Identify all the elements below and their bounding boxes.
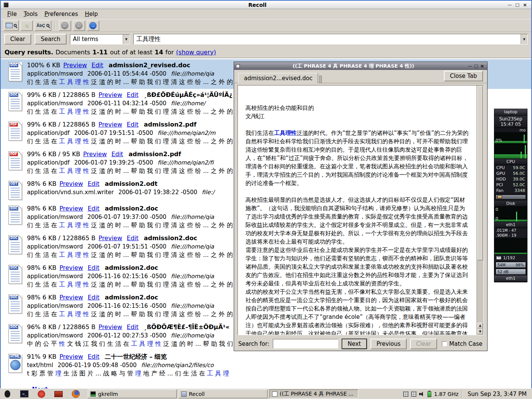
preview-tab[interactable]: admission2...evised.doc (238, 73, 318, 83)
find-input[interactable] (273, 339, 338, 348)
page-lines-icon (11, 272, 20, 282)
edit-link[interactable]: Edit (127, 91, 139, 98)
show-desktop-launcher[interactable] (2, 390, 12, 399)
edit-link[interactable]: Edit (88, 294, 100, 301)
preview-titlebar[interactable]: ((工 PHRASE 4 具 PHRASE 4 理 PHRASE 4 性)) —… (234, 62, 487, 70)
search-button[interactable]: Search (35, 34, 66, 44)
preview-link[interactable]: Preview (98, 323, 122, 331)
edit-link[interactable]: Edit (92, 62, 103, 69)
net-tx: .906M - 19 (494, 233, 527, 238)
close-tab-button[interactable]: Close Tab (444, 71, 483, 81)
menu-preferences[interactable]: Preferences (41, 10, 81, 18)
preview-link[interactable]: Preview (98, 91, 122, 98)
chevron-down-icon[interactable]: ▼ (521, 34, 527, 44)
package-launcher[interactable] (54, 390, 63, 399)
preview-link[interactable]: Preview (59, 353, 83, 360)
close-icon[interactable]: × (522, 2, 528, 8)
media-launcher[interactable] (36, 390, 46, 399)
file-icon: DOC (3, 293, 27, 318)
preview-link[interactable]: Preview (59, 294, 83, 301)
find-previous-button[interactable]: Previous (370, 339, 407, 349)
preview-link[interactable]: Preview (98, 121, 122, 128)
result-title: admission2.doc (105, 264, 158, 271)
query-details-button[interactable] (4, 21, 19, 31)
file-icon: DOC (3, 234, 27, 259)
page-next-button[interactable]: → (87, 21, 99, 31)
menu-help[interactable]: Help (81, 10, 101, 18)
recoll-app-icon[interactable] (4, 3, 8, 7)
edit-link[interactable]: Edit (88, 205, 100, 212)
memory-meter[interactable]: 54M 98% (496, 262, 526, 268)
taskbar-item-recoll[interactable]: Recoll (179, 390, 268, 398)
maximize-icon[interactable]: □ (514, 2, 521, 8)
desktop: Recoll — □ × File Tools Preferences Help… (0, 0, 532, 399)
scroll-up-icon[interactable]: ▲ (477, 323, 483, 328)
close-icon[interactable]: × (479, 63, 485, 69)
result-mime: application/msword (27, 214, 83, 220)
result-mime: application/msword (27, 243, 83, 250)
file-type-label: DOC (10, 93, 18, 97)
edit-link[interactable]: Edit (88, 264, 100, 271)
preview-link[interactable]: Preview (59, 205, 83, 212)
search-mode-select[interactable]: All terms ▼ (70, 34, 130, 44)
clear-button[interactable]: Clear (4, 34, 31, 44)
result-url: file:///home/qian2/m (158, 130, 215, 136)
tray-grid-icon[interactable] (403, 391, 408, 397)
edit-link[interactable]: Edit (127, 323, 139, 331)
preview-app-icon[interactable] (236, 64, 240, 68)
page-first-button[interactable]: ← (59, 21, 71, 31)
edit-link[interactable]: Edit (111, 150, 123, 158)
minimize-icon[interactable]: — (507, 2, 513, 8)
result-title: admission2.doc (105, 294, 158, 301)
preview-paragraph: 高校招生最明显的目的当然是选拔人才。但这选拔人才的目标却不仅仅是人们假定“因材施… (245, 196, 470, 246)
checkbox-icon[interactable] (442, 341, 447, 346)
show-query-link[interactable]: (show query) (176, 49, 216, 56)
next-page-link[interactable]: Next (32, 386, 48, 388)
volume-icon[interactable] (419, 391, 425, 396)
term-explorer-icon: ÂbÇ (36, 23, 45, 28)
find-clear-button[interactable]: Clear (410, 339, 437, 349)
tray-grid-icon[interactable] (411, 391, 416, 397)
preview-link[interactable]: Preview (63, 62, 87, 69)
recoll-titlebar[interactable]: Recoll — □ × (1, 1, 531, 9)
tab-handle[interactable] (319, 76, 322, 83)
edit-link[interactable]: Edit (88, 353, 100, 360)
preview-link[interactable]: Preview (59, 180, 83, 187)
page-lines-icon (11, 331, 20, 341)
result-title: 二十一世纪经济 – 细览 (105, 353, 167, 360)
maximize-icon[interactable]: □ (473, 63, 479, 69)
page-prev-button[interactable]: ← (73, 21, 85, 31)
edit-link[interactable]: Edit (127, 121, 139, 128)
match-case-option[interactable]: Match Case (442, 340, 482, 347)
preview-link[interactable]: Preview (59, 264, 83, 271)
taskbar-item-preview[interactable]: ((工 PHRASE 4 具 PHRASE ... (269, 390, 358, 398)
preview-link[interactable]: Preview (98, 234, 122, 242)
scroll-down-icon[interactable]: ▼ (477, 329, 483, 334)
back-arrow-icon: ← (75, 22, 82, 29)
taskbar-item-gkrellm[interactable]: gkrellm (88, 390, 177, 398)
battery-icon[interactable] (428, 391, 431, 397)
menu-file[interactable]: File (4, 10, 20, 18)
volume-meter[interactable]: 52 dB (496, 269, 526, 275)
search-mode-value: All terms (73, 36, 98, 43)
scrollbar-thumb[interactable] (477, 86, 483, 260)
preview-scrollbar[interactable]: ▲ ▼ (477, 86, 483, 335)
doc-file-icon: DOC (8, 324, 22, 343)
search-input[interactable] (134, 36, 521, 43)
edit-link[interactable]: Edit (127, 234, 139, 242)
minimize-icon[interactable]: — (467, 63, 473, 69)
sort-order-button[interactable]: ↑↓ (21, 21, 33, 31)
result-row[interactable]: HTML91% 9 KBPreviewEdit二十一世纪经济 – 细览text/… (1, 351, 531, 380)
menu-tools[interactable]: Tools (20, 10, 41, 18)
doc-file-icon: DOC (8, 206, 22, 225)
browser-launcher[interactable] (71, 390, 81, 399)
preview-text-area[interactable]: 高校招生的社会功能和目的文/钱江 我们生活在工具理性泛滥的时代。作为“世之显学”… (238, 85, 484, 335)
preview-link[interactable]: Preview (83, 150, 107, 158)
chevron-down-icon[interactable]: ▼ (123, 35, 130, 44)
edit-link[interactable]: Edit (88, 180, 100, 187)
query-combo[interactable]: ▼ (133, 34, 528, 44)
term-explorer-button[interactable]: ÂbÇ (35, 21, 51, 31)
find-next-button[interactable]: Next (342, 339, 367, 349)
terminal-launcher[interactable]: >_ (19, 390, 29, 399)
result-date: 2006-01-07 19:51:51 -0500 (74, 130, 153, 136)
